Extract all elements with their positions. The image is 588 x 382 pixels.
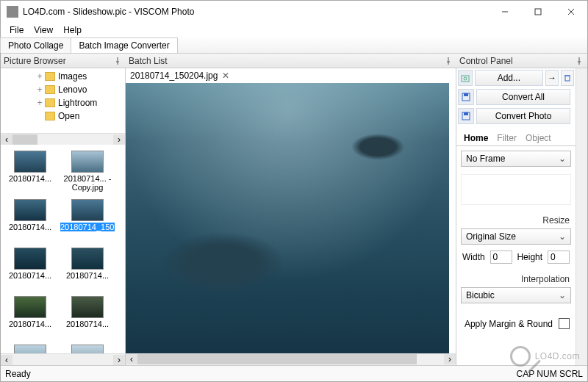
- tree-item[interactable]: +Images: [1, 70, 125, 83]
- cp-tab-home[interactable]: Home: [459, 131, 492, 145]
- thumbnail-label: 20180714...: [9, 271, 51, 280]
- menu-help[interactable]: Help: [59, 24, 86, 37]
- control-panel: Add... → Convert All Convert Photo Home: [456, 68, 587, 365]
- interpolation-value: Bicubic: [466, 290, 495, 300]
- tree-h-scrollbar[interactable]: ‹ ›: [1, 133, 125, 145]
- frame-preview: [461, 174, 571, 205]
- disk-icon: [458, 89, 474, 105]
- interpolation-section: Interpolation Bicubic ⌄: [456, 264, 576, 303]
- scroll-left-icon[interactable]: ‹: [1, 355, 12, 365]
- thumbnail[interactable]: 20180714...: [60, 245, 115, 292]
- frame-select-value: No Frame: [466, 154, 505, 164]
- chevron-down-icon: ⌄: [559, 154, 566, 164]
- thumbnail[interactable]: 20180715...: [60, 342, 115, 353]
- thumbnail[interactable]: 20180714... - Copy.jpg: [60, 148, 115, 195]
- tree-item[interactable]: +Lenovo: [1, 83, 125, 96]
- thumbnail-label: 20180714...: [9, 174, 51, 183]
- size-select-value: Original Size: [466, 231, 516, 242]
- width-input[interactable]: 0: [490, 251, 512, 264]
- tree-item[interactable]: +Lightroom: [1, 96, 125, 109]
- tab-batch-converter[interactable]: Batch Image Converter: [71, 37, 177, 53]
- size-select[interactable]: Original Size ⌄: [461, 228, 571, 245]
- convert-all-button[interactable]: Convert All: [476, 89, 570, 105]
- close-button[interactable]: [554, 1, 587, 23]
- cp-row-convert-all: Convert All: [456, 87, 576, 107]
- thumbnail-label: 20180714...: [9, 223, 51, 231]
- thumbnail-grid: 20180714... 20180714... - Copy.jpg 20180…: [1, 145, 125, 353]
- picture-browser-panel: +Images +Lenovo +Lightroom Open ‹ › 2018…: [1, 68, 126, 365]
- pin-icon[interactable]: [443, 56, 453, 66]
- apply-margin-checkbox[interactable]: [559, 318, 570, 329]
- open-file-tab[interactable]: 20180714_150204.jpg ✕: [126, 68, 456, 83]
- control-panel-header: Control Panel: [456, 54, 587, 68]
- preview-image: [126, 83, 449, 353]
- cp-row-add: Add... →: [456, 68, 576, 87]
- scroll-right-icon[interactable]: ›: [444, 354, 456, 364]
- svg-rect-1: [535, 9, 541, 15]
- minimize-button[interactable]: [488, 1, 521, 23]
- scroll-right-icon[interactable]: ›: [113, 355, 125, 365]
- add-button[interactable]: Add...: [475, 70, 543, 86]
- folder-tree[interactable]: +Images +Lenovo +Lightroom Open: [1, 68, 125, 133]
- maximize-button[interactable]: [521, 1, 554, 23]
- folder-icon: [45, 72, 55, 81]
- thumbnail-label: 20180714...: [9, 320, 51, 328]
- apply-margin-label: Apply Margin & Round: [465, 319, 553, 329]
- disk-icon: [458, 108, 474, 124]
- svg-rect-6: [565, 76, 570, 81]
- pin-icon[interactable]: [112, 56, 123, 66]
- thumbnail[interactable]: 20180714...: [2, 245, 58, 292]
- scroll-right-icon[interactable]: ›: [113, 134, 125, 145]
- thumbnail-selected[interactable]: 20180714_150204.jpg: [60, 196, 115, 243]
- height-input[interactable]: 0: [548, 251, 570, 264]
- thumbnail[interactable]: 20180715...: [2, 342, 58, 353]
- app-icon: [7, 6, 18, 18]
- add-delete-button[interactable]: [561, 70, 574, 86]
- svg-rect-4: [462, 76, 469, 82]
- tab-photo-collage[interactable]: Photo Collage: [0, 37, 71, 53]
- status-text: Ready: [5, 369, 31, 379]
- panel-header-row: Picture Browser Batch List Control Panel: [1, 54, 587, 68]
- folder-icon: [45, 98, 55, 107]
- scroll-thumb[interactable]: [12, 134, 37, 145]
- thumbnail-label: 20180714_150204.jpg: [60, 223, 115, 231]
- svg-point-5: [464, 77, 467, 80]
- chevron-down-icon: ⌄: [559, 290, 566, 300]
- cp-tab-filter[interactable]: Filter: [492, 131, 521, 145]
- batch-list-header: Batch List: [126, 54, 456, 68]
- interpolation-select[interactable]: Bicubic ⌄: [461, 287, 571, 303]
- add-arrow-button[interactable]: →: [545, 70, 559, 86]
- margin-section: Apply Margin & Round: [456, 314, 576, 329]
- pin-icon[interactable]: [574, 56, 584, 66]
- control-v-scrollbar[interactable]: [576, 68, 587, 365]
- frame-select[interactable]: No Frame ⌄: [461, 151, 571, 167]
- batch-list-title: Batch List: [129, 56, 168, 66]
- convert-photo-button[interactable]: Convert Photo: [476, 108, 570, 124]
- resize-title: Resize: [461, 215, 570, 226]
- add-icon: [458, 70, 473, 86]
- thumbnail[interactable]: 20180714...: [60, 293, 115, 340]
- resize-section: Resize Original Size ⌄ Width 0 Height 0: [456, 205, 576, 264]
- close-file-icon[interactable]: ✕: [222, 71, 229, 81]
- tree-item-label: Lightroom: [58, 98, 97, 108]
- menu-view[interactable]: View: [29, 24, 57, 37]
- body: +Images +Lenovo +Lightroom Open ‹ › 2018…: [1, 68, 587, 365]
- thumbnail[interactable]: 20180714...: [2, 148, 58, 195]
- cp-tab-object[interactable]: Object: [521, 131, 556, 145]
- preview-h-scrollbar[interactable]: ‹ ›: [126, 353, 456, 365]
- folder-icon: [45, 85, 55, 94]
- thumbnail-label: 20180714... - Copy.jpg: [60, 174, 115, 192]
- scroll-left-icon[interactable]: ‹: [1, 134, 12, 145]
- thumbs-h-scrollbar[interactable]: ‹ ›: [1, 353, 125, 365]
- menu-file[interactable]: File: [5, 24, 28, 37]
- statusbar: Ready CAP NUM SCRL: [1, 365, 587, 381]
- tree-item[interactable]: Open: [1, 109, 125, 123]
- open-file-name: 20180714_150204.jpg: [130, 71, 218, 81]
- scroll-thumb[interactable]: [137, 354, 417, 364]
- scroll-left-icon[interactable]: ‹: [126, 354, 137, 364]
- tree-item-label: Images: [58, 71, 87, 82]
- app-window: LO4D.com - Slideshow.pic - VISCOM Photo …: [0, 0, 588, 382]
- thumbnail[interactable]: 20180714...: [2, 293, 58, 340]
- thumbnail[interactable]: 20180714...: [2, 196, 58, 243]
- control-panel-title: Control Panel: [459, 56, 513, 66]
